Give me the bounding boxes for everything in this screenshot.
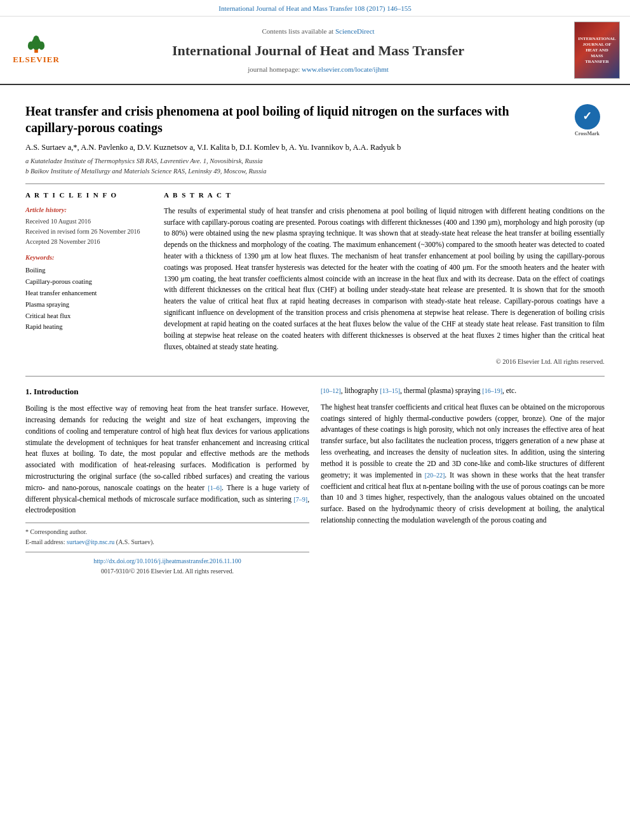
copyright-line: © 2016 Elsevier Ltd. All rights reserved… — [164, 357, 605, 367]
contents-line: Contents lists available at ScienceDirec… — [262, 27, 374, 36]
cover-text: INTERNATIONALJOURNAL OFHEAT ANDMASSTRANS… — [578, 36, 615, 65]
elsevier-tree-icon — [20, 35, 52, 54]
abstract-text: The results of experimental study of hea… — [164, 206, 605, 353]
section-1-heading: 1. Introduction — [25, 385, 309, 398]
footnote-area: * Corresponding author. E-mail address: … — [25, 523, 309, 547]
ref-7-9[interactable]: [7–9] — [293, 496, 307, 503]
elsevier-logo: ELSEVIER — [8, 34, 65, 66]
ref-16-19[interactable]: [16–19] — [482, 387, 502, 394]
abstract-heading: A B S T R A C T — [164, 190, 605, 200]
article-info-heading: A R T I C L E I N F O — [25, 190, 152, 200]
revised-date: Received in revised form 26 November 201… — [25, 227, 152, 237]
keyword-boiling: Boiling — [25, 265, 152, 276]
email-line: E-mail address: surtaev@itp.nsc.ru (A.S.… — [25, 537, 309, 547]
sciencedirect-link[interactable]: ScienceDirect — [335, 27, 375, 35]
corresponding-author-note: * Corresponding author. — [25, 527, 309, 537]
intro-paragraph-left: Boiling is the most effective way of rem… — [25, 403, 309, 516]
article-dates: Received 10 August 2016 Received in revi… — [25, 217, 152, 247]
ref-13-15[interactable]: [13–15] — [380, 387, 400, 394]
keyword-coating: Capillary-porous coating — [25, 276, 152, 288]
svg-point-4 — [33, 36, 39, 44]
affiliation-a: a Kutateladze Institute of Thermophysics… — [25, 156, 605, 166]
section-divider — [25, 376, 605, 377]
article-title-text: Heat transfer and crisis phenomena at po… — [25, 104, 509, 135]
journal-homepage: journal homepage: www.elsevier.com/locat… — [248, 65, 389, 74]
abstract-column: A B S T R A C T The results of experimen… — [164, 190, 605, 367]
affiliation-b: b Baikov Institute of Metallurgy and Mat… — [25, 166, 605, 177]
journal-title: International Journal of Heat and Mass T… — [172, 41, 464, 61]
keyword-chf: Critical heat flux — [25, 310, 152, 322]
footer-links: http://dx.doi.org/10.1016/j.ijheatmasstr… — [25, 552, 309, 576]
crossmark-label: CrossMark — [575, 131, 600, 137]
article-title-block: Heat transfer and crisis phenomena at po… — [25, 103, 605, 136]
article-info-column: A R T I C L E I N F O Article history: R… — [25, 190, 152, 367]
issn-line: 0017-9310/© 2016 Elsevier Ltd. All right… — [25, 566, 309, 577]
crossmark-badge[interactable]: ✓ CrossMark — [570, 103, 605, 138]
journal-reference-bar: International Journal of Heat and Mass T… — [0, 0, 630, 17]
crossmark-icon: ✓ — [575, 104, 600, 130]
keywords-label: Keywords: — [25, 253, 152, 263]
email-suffix: (A.S. Surtaev). — [116, 538, 154, 545]
journal-info-center: Contents lists available at ScienceDirec… — [71, 22, 565, 79]
intro-paragraph-right-1: [10–12], lithography [13–15], thermal (p… — [321, 385, 605, 397]
svg-point-2 — [28, 42, 34, 50]
received-date: Received 10 August 2016 — [25, 217, 152, 227]
author-email[interactable]: surtaev@itp.nsc.ru — [67, 538, 114, 545]
history-label: Article history: — [25, 206, 152, 215]
body-col-left: 1. Introduction Boiling is the most effe… — [25, 385, 309, 576]
section-1-title: Introduction — [34, 387, 79, 396]
ref-1-6[interactable]: [1–6] — [208, 484, 222, 491]
ref-20-22[interactable]: [20–22] — [425, 472, 445, 479]
keyword-plasma: Plasma spraying — [25, 299, 152, 310]
ref-10-12[interactable]: [10–12] — [321, 387, 341, 394]
affiliations-block: a Kutateladze Institute of Thermophysics… — [25, 156, 605, 177]
article-info-abstract-section: A R T I C L E I N F O Article history: R… — [25, 183, 605, 367]
body-col-right: [10–12], lithography [13–15], thermal (p… — [321, 385, 605, 576]
email-label: E-mail address: — [25, 538, 65, 545]
accepted-date: Accepted 28 November 2016 — [25, 237, 152, 247]
intro-paragraph-right-2: The highest heat transfer coefficients a… — [321, 402, 605, 526]
homepage-url[interactable]: www.elsevier.com/locate/ijhmt — [302, 65, 389, 73]
journal-reference-text: International Journal of Heat and Mass T… — [218, 4, 411, 12]
authors-text: A.S. Surtaev a,*, A.N. Pavlenko a, D.V. … — [25, 143, 401, 152]
keywords-list: Boiling Capillary-porous coating Heat tr… — [25, 265, 152, 333]
journal-cover: INTERNATIONALJOURNAL OFHEAT ANDMASSTRANS… — [574, 22, 620, 79]
authors-line: A.S. Surtaev a,*, A.N. Pavlenko a, D.V. … — [25, 142, 605, 154]
main-content: Heat transfer and crisis phenomena at po… — [0, 85, 630, 583]
journal-header: ELSEVIER Contents lists available at Sci… — [0, 17, 630, 85]
keyword-rapid: Rapid heating — [25, 321, 152, 333]
elsevier-label: ELSEVIER — [13, 54, 60, 65]
elsevier-branding: ELSEVIER — [8, 22, 65, 79]
section-1-number: 1. — [25, 387, 32, 396]
keyword-enhancement: Heat transfer enhancement — [25, 288, 152, 299]
svg-point-3 — [39, 42, 44, 50]
doi-link[interactable]: http://dx.doi.org/10.1016/j.ijheatmasstr… — [25, 556, 309, 566]
body-two-col: 1. Introduction Boiling is the most effe… — [25, 385, 605, 576]
journal-cover-image: INTERNATIONALJOURNAL OFHEAT ANDMASSTRANS… — [572, 22, 622, 79]
